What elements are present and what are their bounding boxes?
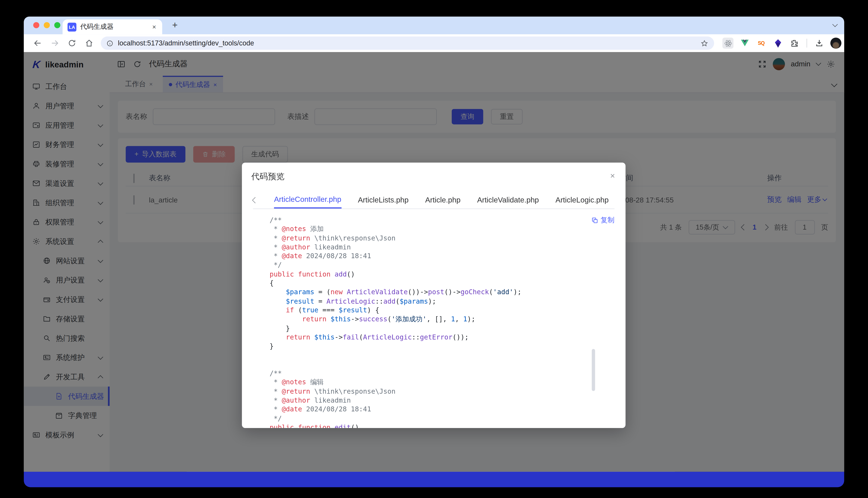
code-scrollbar[interactable]: [592, 349, 595, 391]
code-line: * @date 2024/08/28 18:41: [270, 405, 614, 414]
downloads-icon[interactable]: [814, 38, 825, 49]
bookmark-star-icon[interactable]: [700, 39, 709, 47]
new-tab-button[interactable]: +: [169, 19, 181, 32]
code-line: */: [270, 414, 614, 423]
file-tab-article.ts[interactable]: article.ts: [625, 192, 626, 208]
code-line: [270, 360, 614, 369]
address-bar[interactable]: localhost:5173/admin/setting/dev_tools/c…: [101, 37, 714, 50]
code-line: * @notes 编辑: [270, 378, 614, 387]
forward-icon[interactable]: [48, 36, 62, 50]
code-line: [270, 351, 614, 360]
code-line: /**: [270, 216, 614, 225]
react-devtools-icon[interactable]: [722, 38, 733, 49]
copy-code-button[interactable]: 复制: [591, 216, 614, 225]
app-page: K likeadmin 工作台用户管理应用管理财务管理装修管理渠道设置组织管理权…: [24, 52, 844, 472]
file-tab-Article.php[interactable]: Article.php: [425, 192, 460, 208]
back-icon[interactable]: [30, 36, 45, 50]
modal-title: 代码预览: [251, 171, 285, 182]
code-line: public function add(): [270, 270, 614, 279]
code-line: * @author likeadmin: [270, 396, 614, 405]
file-tab-ArticleController.php[interactable]: ArticleController.php: [274, 192, 341, 208]
browser-tabstrip: LA 代码生成器 × +: [24, 17, 844, 34]
code-line: * @notes 添加: [270, 225, 614, 234]
code-line: public function edit(): [270, 423, 614, 428]
code-line: }: [270, 324, 614, 333]
code-preview-modal: 代码预览 × ArticleController.phpArticleLists…: [242, 162, 626, 428]
browser-window: LA 代码生成器 × + localhost:5173/admin/settin…: [24, 17, 844, 472]
tab-search-icon[interactable]: [833, 23, 837, 27]
code-line: * @return \think\response\Json: [270, 387, 614, 396]
favicon: LA: [67, 23, 76, 31]
browser-toolbar: localhost:5173/admin/setting/dev_tools/c…: [24, 34, 844, 52]
code-line: /**: [270, 369, 614, 378]
url-text[interactable]: localhost:5173/admin/setting/dev_tools/c…: [118, 39, 700, 47]
code-line: }: [270, 342, 614, 351]
code-viewport[interactable]: /** * @notes 添加 * @return \think\respons…: [242, 209, 626, 428]
extension-icons: SQ: [722, 38, 844, 49]
code-line: {: [270, 279, 614, 288]
browser-profile-avatar[interactable]: [830, 38, 842, 49]
code-block: /** * @notes 添加 * @return \think\respons…: [242, 209, 626, 428]
file-tab-ArticleLists.php[interactable]: ArticleLists.php: [358, 192, 409, 208]
sq-extension-icon[interactable]: SQ: [756, 38, 767, 49]
tabs-scroll-left-icon[interactable]: [252, 197, 258, 203]
screenshot-stage: LA 代码生成器 × + localhost:5173/admin/settin…: [0, 0, 868, 498]
minimize-window-button[interactable]: [44, 22, 50, 28]
code-line: $params = (new ArticleValidate())->post(…: [270, 288, 614, 297]
background-window-bar: [24, 472, 844, 487]
code-line: * @date 2024/08/28 18:41: [270, 252, 614, 261]
code-line: */: [270, 261, 614, 270]
copy-icon: [591, 217, 598, 224]
code-line: $result = ArticleLogic::add($params);: [270, 297, 614, 306]
code-line: if (true === $result) {: [270, 306, 614, 315]
home-icon[interactable]: [82, 36, 96, 50]
code-line: * @author likeadmin: [270, 243, 614, 252]
file-tab-ArticleValidate.php[interactable]: ArticleValidate.php: [477, 192, 539, 208]
code-line: return $this->fail(ArticleLogic::getErro…: [270, 333, 614, 342]
code-line: * @return \think\response\Json: [270, 234, 614, 243]
close-window-button[interactable]: [33, 22, 39, 28]
modal-close-icon[interactable]: ×: [608, 170, 617, 181]
file-tab-ArticleLogic.php[interactable]: ArticleLogic.php: [556, 192, 609, 208]
browser-tab[interactable]: LA 代码生成器 ×: [63, 19, 162, 34]
info-icon[interactable]: [106, 39, 114, 47]
extensions-puzzle-icon[interactable]: [789, 38, 800, 49]
browser-tab-title: 代码生成器: [80, 22, 151, 31]
code-line: return $this->success('添加成功', [], 1, 1);: [270, 315, 614, 324]
tab-close-icon[interactable]: ×: [151, 23, 157, 31]
code-file-tabs: ArticleController.phpArticleLists.phpArt…: [253, 192, 614, 209]
toolbar-separator: [806, 39, 807, 47]
file-tab-list: ArticleController.phpArticleLists.phpArt…: [274, 192, 626, 208]
maximize-window-button[interactable]: [54, 22, 61, 28]
vue-devtools-icon[interactable]: [739, 38, 750, 49]
macos-traffic-lights[interactable]: [33, 22, 61, 28]
reload-icon[interactable]: [65, 36, 79, 50]
diamond-extension-icon[interactable]: [772, 38, 783, 49]
